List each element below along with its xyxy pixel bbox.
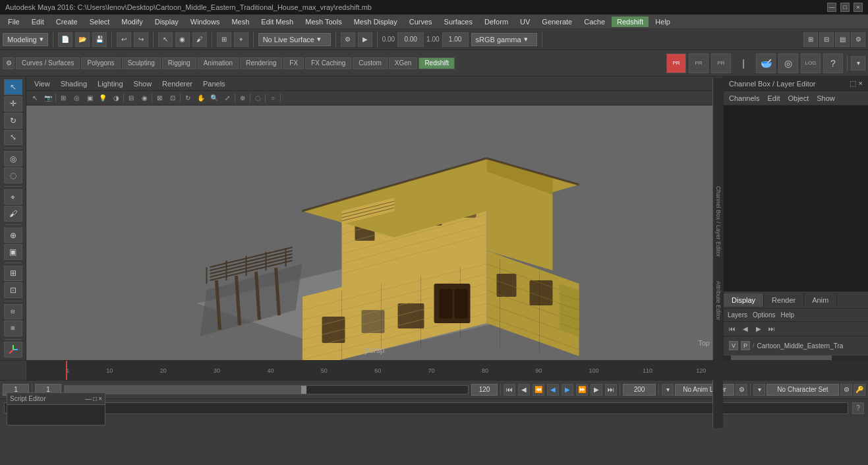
shelf-icon-obj[interactable]: ◎ — [778, 53, 798, 73]
vp-cam[interactable]: 📷 — [42, 92, 54, 104]
anim-layer-field[interactable]: No Anim Layer — [675, 384, 734, 396]
menu-uv[interactable]: UV — [515, 16, 535, 27]
workspace-dropdown[interactable]: Modeling ▾ — [3, 33, 48, 46]
viewport-menu-renderer[interactable]: Renderer — [159, 78, 195, 89]
move-tool[interactable]: ✛ — [4, 96, 22, 112]
rp-nav-prev[interactable]: ◀ — [739, 323, 751, 335]
channels-tab[interactable]: Channels — [729, 94, 759, 102]
vp-select[interactable]: ↖ — [29, 92, 41, 104]
display-tab[interactable]: Display — [724, 294, 764, 307]
layer-row-main[interactable]: V P / Cartoon_Middle_Eastern_Tra — [726, 339, 865, 352]
new-scene-button[interactable]: 📄 — [58, 32, 72, 47]
range-handle[interactable] — [301, 386, 306, 394]
shelf-tab-fx[interactable]: FX — [283, 57, 304, 69]
shelf-tab-redshift[interactable]: Redshift — [419, 57, 455, 69]
menu-help[interactable]: Help — [650, 16, 676, 27]
vp-pan[interactable]: ✋ — [195, 92, 207, 104]
vp-grid[interactable]: ⊠ — [154, 92, 165, 104]
viewport-menu-lighting[interactable]: Lighting — [95, 78, 126, 89]
layers-sub-tab[interactable]: Layers — [728, 311, 747, 319]
vp-isolate[interactable]: ◉ — [138, 92, 150, 104]
rotate-tool[interactable]: ↻ — [4, 113, 22, 129]
menu-windows[interactable]: Windows — [185, 16, 225, 27]
animation-range-bar[interactable] — [64, 385, 469, 394]
channel-box-button[interactable]: ▤ — [835, 32, 850, 47]
live-surface-dropdown[interactable]: No Live Surface ▾ — [258, 33, 331, 46]
menu-generate[interactable]: Generate — [536, 16, 577, 27]
shelf-icon-pr2[interactable]: PR — [689, 53, 709, 73]
shelf-icon-bowl[interactable]: 🥣 — [756, 53, 776, 73]
vertex-mode[interactable]: ⊞ — [4, 321, 22, 336]
vp-ss[interactable]: ○ — [267, 92, 279, 104]
sw-minimize[interactable]: — — [85, 395, 92, 402]
menu-curves[interactable]: Curves — [404, 16, 438, 27]
vp-lights[interactable]: 💡 — [97, 92, 109, 104]
shelf-icon-pr1[interactable]: PR — [666, 53, 686, 73]
paint-ops[interactable]: 🖌 — [4, 206, 22, 222]
settings-button[interactable]: ⚙ — [851, 32, 865, 47]
show-tab[interactable]: Show — [817, 94, 835, 102]
render-button[interactable]: ▶ — [358, 32, 372, 47]
axis-display[interactable] — [4, 342, 22, 357]
paint-select-button[interactable]: 🖌 — [192, 32, 207, 47]
options-sub-tab[interactable]: Options — [753, 311, 775, 319]
undo-button[interactable]: ↩ — [117, 32, 131, 47]
exposure-field[interactable]: 0.00 — [397, 32, 424, 47]
shelf-scroll-right[interactable]: ▾ — [851, 56, 865, 71]
menu-file[interactable]: File — [3, 16, 25, 27]
sw-expand[interactable]: □ — [93, 395, 97, 402]
vp-zoom[interactable]: 🔍 — [208, 92, 220, 104]
menu-cache[interactable]: Cache — [579, 16, 610, 27]
layer-p-toggle[interactable]: P — [741, 341, 750, 350]
object-tab[interactable]: Object — [788, 94, 809, 102]
maximize-button[interactable]: □ — [840, 3, 850, 12]
command-line-input[interactable] — [31, 402, 848, 414]
attr-editor-vertical-tab[interactable]: Attribute Editor — [715, 276, 722, 326]
shelf-tab-xgen[interactable]: XGen — [389, 57, 418, 69]
show-manip[interactable]: ⊕ — [4, 228, 22, 243]
go-end-button[interactable]: ⏭ — [605, 384, 617, 396]
vp-shading[interactable]: ◑ — [110, 92, 122, 104]
save-button[interactable]: 💾 — [92, 32, 107, 47]
next-key-button[interactable]: ⏩ — [576, 384, 588, 396]
snap-grid-button[interactable]: ⊞ — [217, 32, 231, 47]
menu-edit[interactable]: Edit — [26, 16, 49, 27]
help-sub-tab[interactable]: Help — [780, 311, 794, 319]
vp-orbit[interactable]: ↻ — [182, 92, 194, 104]
redo-button[interactable]: ↪ — [134, 32, 148, 47]
close-button[interactable]: × — [854, 3, 863, 12]
hscroll-thumb[interactable] — [731, 356, 832, 360]
shelf-tab-curves[interactable]: Curves / Surfaces — [16, 57, 80, 69]
shelf-tab-rigging[interactable]: Rigging — [162, 57, 196, 69]
go-start-button[interactable]: ⏮ — [504, 384, 515, 396]
snap-curve-button[interactable]: ⌖ — [234, 32, 248, 47]
menu-select[interactable]: Select — [84, 16, 115, 27]
prev-key-button[interactable]: ⏪ — [533, 384, 544, 396]
view-mode-button[interactable]: ⊟ — [819, 32, 834, 47]
snap-grid[interactable]: ⊞ — [4, 266, 22, 282]
shelf-tab-polygons[interactable]: Polygons — [81, 57, 120, 69]
menu-deform[interactable]: Deform — [479, 16, 513, 27]
menu-display[interactable]: Display — [150, 16, 184, 27]
menu-surfaces[interactable]: Surfaces — [439, 16, 478, 27]
rp-nav-first[interactable]: ⏮ — [726, 323, 738, 335]
shelf-tab-rendering[interactable]: Rendering — [240, 57, 282, 69]
minimize-button[interactable]: — — [827, 3, 836, 12]
range-end-field[interactable]: 120 — [471, 384, 498, 396]
viewport-menu-show[interactable]: Show — [131, 78, 155, 89]
vp-hide-sel[interactable]: ⊟ — [125, 92, 137, 104]
char-set-key[interactable]: 🔑 — [854, 384, 865, 396]
right-panel-float[interactable]: ⬚ — [850, 79, 856, 88]
cmd-help-button[interactable]: ? — [852, 402, 864, 414]
menu-mesh-display[interactable]: Mesh Display — [349, 16, 403, 27]
next-frame-button[interactable]: ▶ — [591, 384, 602, 396]
shelf-icon-pr3[interactable]: PR — [711, 53, 731, 73]
vp-smooth[interactable]: ◎ — [71, 92, 82, 104]
viewport-menu-view[interactable]: View — [32, 78, 53, 89]
menu-mesh[interactable]: Mesh — [226, 16, 254, 27]
vp-tex[interactable]: ▣ — [84, 92, 96, 104]
gamma-field[interactable]: 1.00 — [442, 32, 469, 47]
menu-mesh-tools[interactable]: Mesh Tools — [300, 16, 347, 27]
channel-box-vertical-tab[interactable]: Channel Box / Layer Editor — [715, 181, 722, 263]
char-set-anim[interactable]: ⚙ — [840, 384, 852, 396]
